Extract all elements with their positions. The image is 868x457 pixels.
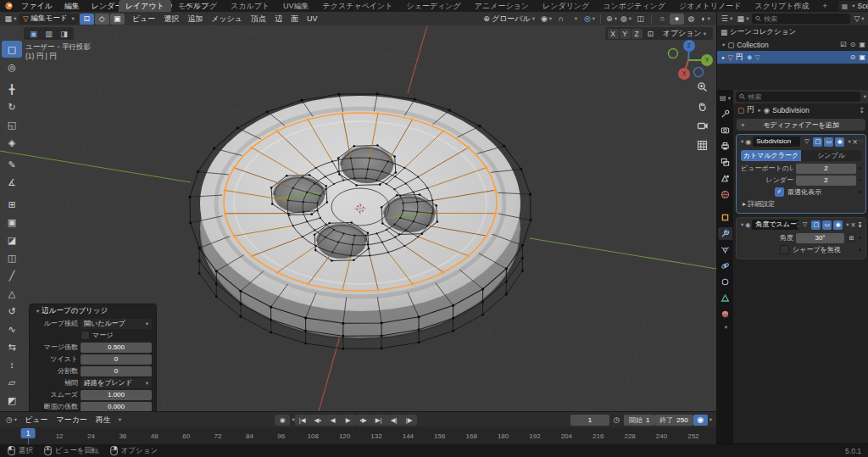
pan-hand-icon[interactable] (695, 99, 709, 113)
tool-edge-slide[interactable]: ⇆ (2, 338, 22, 355)
properties-tab-constraints[interactable] (718, 276, 732, 288)
outliner-search[interactable] (752, 14, 850, 24)
collapse-icon[interactable]: ▾ (741, 138, 743, 145)
properties-tab-view-layer[interactable] (718, 156, 732, 169)
topbar-menu-0[interactable]: ファイル (15, 1, 58, 12)
loop-connect-select[interactable]: 開いたループ▾ (81, 319, 152, 329)
workspace-tab-6[interactable]: アニメーション (468, 0, 536, 12)
expand-icon[interactable]: ▸ (722, 54, 725, 61)
merge-factor-field[interactable]: 0.500 (81, 343, 152, 353)
jump-start-button[interactable]: |◀ (295, 415, 310, 426)
stopwatch-icon[interactable]: ◷ (609, 415, 624, 426)
shading-wireframe-icon[interactable]: ○ (655, 14, 670, 25)
viewport-menu-0[interactable]: ビュー (128, 14, 159, 25)
collapse-icon[interactable]: ▾ (36, 308, 39, 315)
tool-shrink-fatten[interactable]: ↕ (2, 356, 22, 373)
realtime-toggle[interactable]: ▭ (822, 220, 832, 230)
tool-extrude-region[interactable]: ⊞ (2, 196, 22, 213)
mode-selector[interactable]: ▽ 編集モード ▾ (19, 14, 79, 25)
outliner-search-input[interactable] (764, 15, 847, 23)
smoothness-field[interactable]: 1.000 (81, 390, 152, 400)
advanced-section[interactable]: ▸ 詳細設定 (743, 199, 860, 209)
properties-tab-modifiers[interactable] (718, 227, 732, 240)
show-overlays-icon[interactable]: ◍▾ (619, 14, 633, 25)
playhead[interactable]: 1 (21, 428, 36, 438)
workspace-tab-10[interactable]: スクリプト作成 (748, 0, 815, 12)
tab-strip-overflow[interactable]: ▾ (725, 324, 727, 331)
viewport-canvas[interactable]: ZYX ▣ ▥ ◨ XYZ ⊡ オプション▾ ユーザー・平行投影 (1) 円 |… (0, 25, 716, 411)
tool-annotate[interactable]: ✎ (2, 156, 22, 173)
collapse-icon[interactable]: ▾ (741, 221, 743, 228)
render-toggle[interactable]: ◉ (833, 220, 843, 230)
outliner-row-scene-collection[interactable]: ▦ シーンコレクション (717, 25, 868, 38)
workspace-tab-5[interactable]: シェーディング (399, 0, 467, 12)
shading-material-icon[interactable]: ◍ (684, 14, 698, 25)
tool-loop-cut[interactable]: ◫ (2, 249, 22, 266)
frame-end-field[interactable]: 終了250 (654, 415, 693, 426)
extras-dropdown[interactable]: ▾ (848, 138, 850, 145)
ignore-sharpness-checkbox[interactable] (780, 245, 789, 254)
overlay-extra2-icon[interactable]: ◨ (57, 28, 71, 39)
cuts-field[interactable]: 0 (81, 366, 152, 376)
breadcrumb-modifier[interactable]: Subdivision (772, 106, 809, 114)
viewport-menu-2[interactable]: 追加 (183, 14, 207, 25)
tool-measure[interactable]: ∡ (2, 174, 22, 191)
tool-shear[interactable]: ▱ (2, 374, 22, 391)
realtime-toggle[interactable]: ▭ (824, 137, 833, 147)
delete-modifier-icon[interactable]: × (853, 137, 858, 147)
overlay-extra-icon[interactable]: ▥ (42, 28, 56, 39)
levels-viewport-field[interactable]: 2 (796, 164, 856, 174)
tool-poly-build[interactable]: △ (2, 285, 22, 302)
tool-inset-faces[interactable]: ▣ (2, 214, 22, 231)
properties-search[interactable] (736, 92, 860, 102)
snap-magnet-icon[interactable]: ∩ (554, 14, 568, 25)
orientation-selector[interactable]: ⊕グローバル▾ (479, 14, 539, 25)
options-dropdown[interactable]: オプション▾ (659, 28, 710, 39)
edit-mode-toggle[interactable]: ▢ (811, 220, 821, 230)
expand-icon[interactable]: ▾ (722, 42, 725, 48)
play-button[interactable]: ▶ (341, 415, 356, 426)
on-cage-toggle[interactable]: ▽ (800, 220, 810, 230)
eye-icon[interactable]: ⊙ (850, 53, 856, 61)
shading-rendered-icon[interactable]: ◐▾ (698, 14, 713, 25)
filter-funnel-icon[interactable]: ▽▾ (852, 14, 866, 25)
modifier-name-field[interactable]: Subdivision (753, 137, 800, 147)
tool-cursor[interactable]: ◎ (2, 59, 22, 75)
edit-mode-toggle[interactable]: ▢ (813, 137, 822, 147)
pin-icon[interactable]: ↧ (857, 221, 863, 229)
ortho-grid-icon[interactable] (695, 138, 709, 152)
select-mode-vertex[interactable]: ⊡ (80, 14, 94, 25)
properties-tab-render[interactable] (718, 124, 732, 137)
autokey-record-icon[interactable]: ◉ (275, 415, 290, 426)
tool-bevel[interactable]: ◪ (2, 231, 22, 248)
tool-scale[interactable]: ◱ (2, 116, 22, 133)
input-attribute-toggle[interactable]: ⊞ (847, 233, 856, 242)
properties-search-input[interactable] (748, 93, 856, 101)
outliner-row-collection[interactable]: ▾ ▢ Collection ☑ ⊙ ▣ (717, 38, 868, 51)
properties-tab-scene[interactable] (718, 172, 732, 185)
viewport-menu-7[interactable]: UV (303, 14, 322, 23)
autokeying-icon[interactable]: ◉ (693, 415, 708, 426)
render-toggle[interactable]: ◉ (835, 137, 844, 147)
properties-tab-world[interactable] (718, 188, 732, 201)
optimal-display-checkbox[interactable]: ✓ (775, 187, 784, 197)
workspace-tab-1[interactable]: モデリング (171, 0, 224, 12)
tab-simple[interactable]: シンプル (801, 150, 861, 161)
workspace-tab-7[interactable]: レンダリング (536, 0, 596, 12)
tool-rotate[interactable]: ↻ (2, 98, 22, 115)
pin-icon[interactable]: ↧ (859, 106, 865, 114)
add-workspace-button[interactable]: + (816, 0, 834, 12)
properties-tab-particles[interactable] (718, 243, 732, 256)
operator-panel-bridge-edge-loops[interactable]: ▾ 辺ループのブリッジ ループ接続 開いたループ▾ マージ マージ係数 0.50… (29, 304, 157, 411)
properties-options-button[interactable]: ▾ (864, 93, 866, 100)
twist-field[interactable]: 0 (81, 354, 152, 365)
select-mode-edge[interactable]: ◇ (95, 14, 109, 25)
zoom-icon[interactable] (695, 80, 709, 93)
xray-toggle-icon[interactable]: ◫ (633, 14, 648, 25)
tweak-fallback-icon[interactable]: ▣ (26, 28, 41, 39)
show-gizmo-icon[interactable]: ⊕▾ (604, 14, 619, 25)
properties-tab-output[interactable] (718, 140, 732, 153)
snap-settings-button[interactable]: ▾ (568, 14, 582, 25)
tab-catmull-clark[interactable]: カトマルクラーク (741, 150, 801, 161)
tool-move[interactable]: ╋ (2, 81, 22, 98)
